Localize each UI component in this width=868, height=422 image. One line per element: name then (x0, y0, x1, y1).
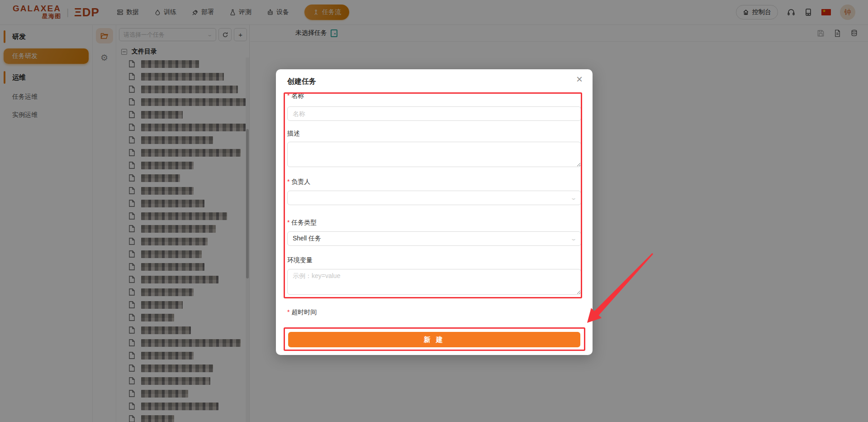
env-vars-label: 环境变量 (287, 256, 313, 264)
task-type-value: Shell 任务 (293, 235, 321, 243)
env-vars-textarea[interactable] (287, 269, 581, 295)
create-button[interactable]: 新 建 (288, 332, 580, 347)
chevron-down-icon: ⌄ (570, 195, 577, 201)
app-viewport: GALAXEA 星海图 | ΞDP 数据 训练 部署 评测 (0, 0, 868, 422)
timeout-label: 超时时间 (287, 308, 317, 316)
owner-label: 负责人 (287, 178, 310, 186)
description-textarea[interactable] (287, 142, 581, 167)
owner-select[interactable]: ⌄ (287, 191, 581, 205)
chevron-down-icon: ⌄ (570, 235, 577, 242)
close-icon[interactable]: × (576, 74, 583, 85)
modal-title: 创建任务 (287, 77, 316, 86)
name-input[interactable] (287, 106, 581, 121)
create-task-modal: 创建任务 × 名称 描述 负责人 ⌄ 任务类型 Shell 任务 ⌄ 环境变量 … (276, 69, 593, 355)
description-label: 描述 (287, 129, 300, 138)
name-label: 名称 (287, 92, 304, 100)
task-type-select[interactable]: Shell 任务 ⌄ (287, 231, 581, 246)
task-type-label: 任务类型 (287, 219, 317, 227)
